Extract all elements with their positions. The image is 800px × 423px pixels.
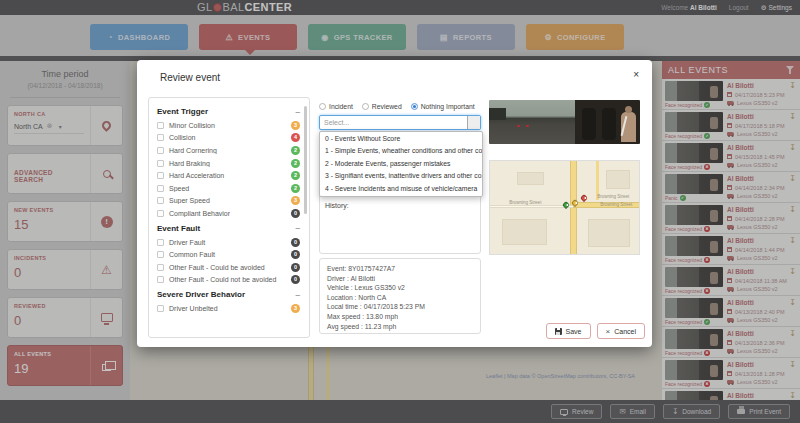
count-badge: 0 <box>291 238 300 247</box>
checkbox[interactable] <box>157 276 164 283</box>
collapse-icon[interactable]: – <box>296 224 300 232</box>
collapse-icon[interactable]: – <box>296 108 300 116</box>
checklist-label: Compliant Behavior <box>169 210 286 217</box>
checkbox[interactable] <box>157 185 164 192</box>
radio-icon[interactable] <box>362 103 369 110</box>
radio-label: Incident <box>329 103 353 110</box>
checkbox[interactable] <box>157 251 164 258</box>
checklist-label: Driver Fault <box>169 239 286 246</box>
street-label: Browning Street <box>597 194 629 199</box>
event-detail-line: Max speed : 13.80 mph <box>327 312 473 322</box>
cancel-button[interactable]: ×Cancel <box>597 323 645 339</box>
map-block <box>517 172 544 185</box>
road-camera-view <box>489 100 575 144</box>
count-badge: 0 <box>291 263 300 272</box>
event-detail-line: Location : North CA <box>327 293 473 303</box>
review-event-modal: Review event × Event Trigger – Minor Col… <box>137 60 652 347</box>
checklist-label: Speed <box>169 185 286 192</box>
radio-icon[interactable] <box>319 103 326 110</box>
status-radio[interactable]: Incident <box>319 103 353 110</box>
map-block <box>588 219 630 247</box>
event-details-panel: Event: 8Y01757427A7 Driver : Al Bilotti … <box>319 258 481 334</box>
checkbox[interactable] <box>157 305 164 312</box>
checkbox[interactable] <box>157 239 164 246</box>
modal-title: Review event <box>160 72 220 83</box>
status-radio[interactable]: Nothing Important <box>411 103 475 110</box>
checklist-item[interactable]: Minor Collision 3 <box>157 119 300 132</box>
checklist-label: Hard Cornering <box>169 147 286 154</box>
checklist-label: Hard Braking <box>169 160 286 167</box>
checkbox[interactable] <box>157 197 164 204</box>
map-pin-green[interactable] <box>562 201 570 209</box>
global-center-app: Leaflet | Map data © OpenStreetMap contr… <box>0 0 800 423</box>
count-badge: 3 <box>291 196 300 205</box>
score-select-placeholder: Select... <box>320 119 467 126</box>
close-icon[interactable]: × <box>633 69 639 80</box>
score-option[interactable]: 1 - Simple Events, wheather conditions a… <box>320 145 482 157</box>
section-header: Event Fault – <box>157 224 300 233</box>
checklist-item[interactable]: Driver Fault 0 <box>157 236 300 249</box>
checklist-label: Common Fault <box>169 251 286 258</box>
checklist-item[interactable]: Super Speed 3 <box>157 195 300 208</box>
radio-label: Nothing Important <box>421 103 475 110</box>
checklist-item[interactable]: Common Fault 0 <box>157 248 300 261</box>
section-items: Driver Unbelted 3 <box>157 302 300 315</box>
driver-shape <box>621 112 636 142</box>
checkbox[interactable] <box>157 147 164 154</box>
score-option[interactable]: 0 - Events Without Score <box>320 133 482 145</box>
event-detail-line: Driver : Al Bilotti <box>327 274 473 284</box>
seat-shape <box>602 108 616 140</box>
checklist-label: Driver Unbelted <box>169 305 286 312</box>
checkbox[interactable] <box>157 172 164 179</box>
score-dropdown: 0 - Events Without Score 1 - Simple Even… <box>319 131 483 197</box>
checklist-item[interactable]: Hard Cornering 2 <box>157 144 300 157</box>
checklist-item[interactable]: Hard Braking 2 <box>157 157 300 170</box>
close-icon: × <box>606 327 611 336</box>
radio-icon[interactable] <box>411 103 418 110</box>
count-badge: 2 <box>291 171 300 180</box>
save-button[interactable]: Save <box>546 323 591 339</box>
count-badge: 3 <box>291 121 300 130</box>
count-badge: 3 <box>291 304 300 313</box>
checklist-item[interactable]: Driver Unbelted 3 <box>157 302 300 315</box>
status-radio[interactable]: Reviewed <box>362 103 402 110</box>
street-label: Browning Street <box>509 200 541 205</box>
scrollbar[interactable] <box>304 106 307 214</box>
checklist-label: Collision <box>169 134 286 141</box>
checklist-item[interactable]: Compliant Behavior 0 <box>157 207 300 220</box>
map-road <box>490 205 573 208</box>
chevron-down-icon[interactable] <box>467 116 480 129</box>
checklist-item[interactable]: Collision 4 <box>157 132 300 145</box>
score-option[interactable]: 2 - Moderate Events, passenger mistakes <box>320 158 482 170</box>
collapse-icon[interactable]: – <box>296 291 300 299</box>
checklist-label: Hard Acceleration <box>169 172 286 179</box>
section-header: Severe Driver Behavior – <box>157 290 300 299</box>
checklist-label: Other Fault - Could be avoided <box>169 264 286 271</box>
count-badge: 4 <box>291 133 300 142</box>
checklist-item[interactable]: Hard Acceleration 2 <box>157 169 300 182</box>
checklist-item[interactable]: Speed 2 <box>157 182 300 195</box>
count-badge: 0 <box>291 209 300 218</box>
score-select[interactable]: Select... <box>319 115 481 130</box>
history-label: History: <box>325 202 349 209</box>
score-option[interactable]: 4 - Severe Incidents and misuse of vehic… <box>320 183 482 195</box>
radio-label: Reviewed <box>372 103 402 110</box>
score-option[interactable]: 3 - Signifiant events, inattentive drive… <box>320 170 482 182</box>
checklist-item[interactable]: Other Fault - Could not be avoided 0 <box>157 274 300 287</box>
checkbox[interactable] <box>157 160 164 167</box>
section-items: Driver Fault 0 Common Fault 0 Other Faul… <box>157 236 300 286</box>
checkbox[interactable] <box>157 264 164 271</box>
checkbox[interactable] <box>157 210 164 217</box>
street-label: Browning Street <box>600 202 632 207</box>
event-map[interactable]: Browning Street Browning Street Browning… <box>489 160 640 255</box>
event-detail-line: Local time : 04/17/2018 5:23 PM <box>327 302 473 312</box>
section-title: Severe Driver Behavior <box>157 290 245 299</box>
cabin-camera-view <box>575 100 640 144</box>
checklist-item[interactable]: Other Fault - Could be avoided 0 <box>157 261 300 274</box>
event-camera-image <box>489 100 640 144</box>
event-checklist-panel: Event Trigger – Minor Collision 3 Collis… <box>148 97 310 338</box>
save-icon <box>555 328 562 335</box>
checkbox[interactable] <box>157 122 164 129</box>
checkbox[interactable] <box>157 134 164 141</box>
event-detail-line: Event: 8Y01757427A7 <box>327 264 473 274</box>
